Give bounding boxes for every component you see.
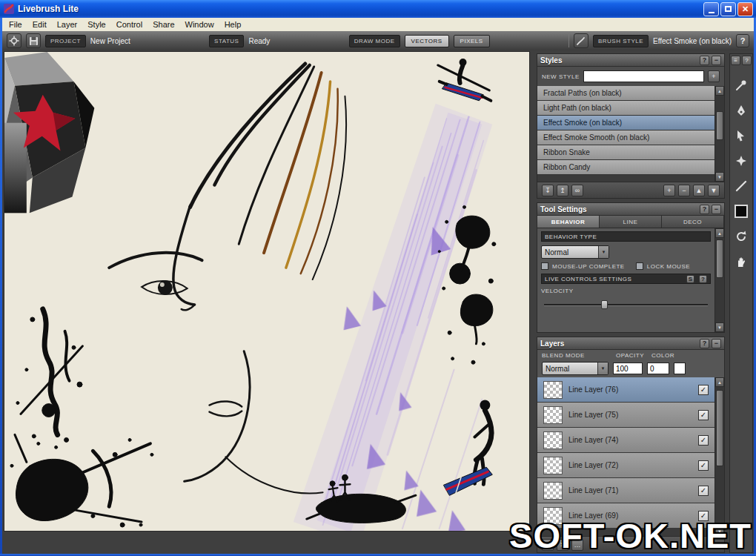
move-up-icon[interactable]: ▲ xyxy=(693,185,705,196)
style-item[interactable]: Light Path (on black) xyxy=(537,101,714,116)
watermark: SOFT-OK.NET xyxy=(509,515,752,556)
tab-line[interactable]: LINE xyxy=(600,216,662,228)
behavior-type-select[interactable]: Normal ▼ xyxy=(541,245,609,259)
live-controls-help-button[interactable]: ? xyxy=(699,275,707,283)
new-style-input[interactable] xyxy=(583,70,704,82)
layer-visibility-checkbox[interactable]: ✓ xyxy=(698,486,709,496)
hand-tool-button[interactable] xyxy=(732,252,751,271)
deco-tool-button[interactable] xyxy=(732,151,751,171)
tool-settings-collapse-button[interactable]: − xyxy=(712,205,721,214)
scroll-up-icon[interactable]: ▲ xyxy=(715,228,724,238)
style-item-selected[interactable]: Effect Smoke (on black) xyxy=(537,116,714,130)
layer-thumbnail xyxy=(543,482,563,500)
export-style-icon[interactable]: ↥ xyxy=(557,185,568,196)
tool-settings-help-button[interactable]: ? xyxy=(700,205,709,214)
gear-icon xyxy=(9,36,19,46)
slider-thumb[interactable] xyxy=(601,300,608,309)
layer-row[interactable]: Line Layer (75) ✓ xyxy=(537,403,714,428)
panel-help-button[interactable]: ? xyxy=(742,56,752,65)
pixels-button[interactable]: PIXELS xyxy=(454,35,490,47)
velocity-slider[interactable] xyxy=(544,299,708,310)
maximize-icon[interactable] xyxy=(720,2,736,16)
brush-tool-button[interactable] xyxy=(732,76,751,95)
layer-row-selected[interactable]: Line Layer (76) ✓ xyxy=(537,377,714,403)
layer-visibility-checkbox[interactable]: ✓ xyxy=(698,410,709,420)
tool-settings-panel: Tool Settings ? − BEHAVIOR LINE DECO BEH… xyxy=(537,202,725,333)
layer-row[interactable]: Line Layer (72) ✓ xyxy=(537,453,714,478)
title-bar[interactable]: Livebrush Lite ✕ xyxy=(0,0,756,18)
scroll-up-icon[interactable]: ▲ xyxy=(715,86,724,96)
style-item[interactable]: Ribbon Candy xyxy=(537,160,714,175)
tab-deco[interactable]: DECO xyxy=(662,216,724,228)
menu-edit[interactable]: Edit xyxy=(27,19,52,30)
drawing-canvas[interactable] xyxy=(4,52,529,531)
move-down-icon[interactable]: ▼ xyxy=(708,185,720,196)
layers-collapse-button[interactable]: − xyxy=(712,339,721,348)
blend-mode-select[interactable]: Normal ▼ xyxy=(542,362,609,375)
layers-panel-header[interactable]: Layers ? − xyxy=(537,337,724,350)
link-style-icon[interactable]: ∞ xyxy=(571,185,583,196)
styles-help-button[interactable]: ? xyxy=(700,56,709,65)
style-item[interactable]: Ribbon Snake xyxy=(537,145,714,160)
style-item[interactable]: Fractal Paths (on black) xyxy=(537,86,714,101)
line-tool-button[interactable] xyxy=(732,176,751,196)
vectors-button[interactable]: VECTORS xyxy=(405,35,449,47)
menu-help[interactable]: Help xyxy=(219,19,247,30)
select-tool-button[interactable] xyxy=(732,126,751,145)
styles-collapse-button[interactable]: − xyxy=(712,56,721,65)
chevron-down-icon: ▼ xyxy=(597,363,608,374)
live-controls-s-button[interactable]: S xyxy=(686,275,694,283)
layer-thumbnail xyxy=(543,457,563,474)
remove-icon[interactable]: − xyxy=(678,185,690,196)
style-item[interactable]: Effect Smoke Smooth (on black) xyxy=(537,130,714,145)
tab-behavior[interactable]: BEHAVIOR xyxy=(537,216,600,228)
add-style-button[interactable]: + xyxy=(708,70,720,82)
save-button[interactable] xyxy=(26,33,41,48)
brush-preview-button[interactable] xyxy=(574,33,588,48)
styles-panel-header[interactable]: Styles ? − xyxy=(537,54,724,67)
tool-settings-scrollbar[interactable]: ▲ ▼ xyxy=(714,228,724,332)
toolbar-help-button[interactable]: ? xyxy=(736,34,749,47)
layer-thumbnail xyxy=(543,406,563,424)
color-input[interactable] xyxy=(647,363,669,374)
menu-share[interactable]: Share xyxy=(147,19,179,30)
add-icon[interactable]: + xyxy=(663,185,675,196)
pen-tool-button[interactable] xyxy=(732,101,751,120)
layer-visibility-checkbox[interactable]: ✓ xyxy=(698,385,709,395)
opacity-input[interactable] xyxy=(613,363,643,374)
sync-tool-button[interactable] xyxy=(732,227,751,246)
styles-scrollbar[interactable]: ▲ ▼ xyxy=(714,86,724,182)
scroll-down-icon[interactable]: ▼ xyxy=(715,172,724,182)
layer-color-swatch[interactable] xyxy=(674,363,686,374)
menu-layer[interactable]: Layer xyxy=(52,19,83,30)
tool-settings-title: Tool Settings xyxy=(540,205,697,214)
scrollbar-thumb[interactable] xyxy=(716,239,723,277)
scrollbar-thumb[interactable] xyxy=(716,390,723,466)
blend-mode-label: BLEND MODE xyxy=(542,352,613,359)
layers-help-button[interactable]: ? xyxy=(700,339,709,348)
settings-button[interactable] xyxy=(7,33,21,48)
scroll-down-icon[interactable]: ▼ xyxy=(715,322,724,332)
scrollbar-thumb[interactable] xyxy=(716,111,723,140)
mouse-up-checkbox[interactable] xyxy=(541,262,548,270)
import-style-icon[interactable]: ↧ xyxy=(542,185,554,196)
tool-settings-header[interactable]: Tool Settings ? − xyxy=(537,203,724,216)
layer-visibility-checkbox[interactable]: ✓ xyxy=(698,460,709,471)
color-swatch-button[interactable] xyxy=(732,202,751,221)
window-border-left xyxy=(0,18,2,556)
menu-file[interactable]: File xyxy=(4,19,27,30)
layer-visibility-checkbox[interactable]: ✓ xyxy=(698,435,709,446)
menu-style[interactable]: Style xyxy=(82,19,110,30)
minimize-icon[interactable] xyxy=(703,2,719,16)
layers-scrollbar[interactable]: ▲ ▼ xyxy=(714,377,724,536)
color-swatch xyxy=(735,205,748,218)
scroll-up-icon[interactable]: ▲ xyxy=(715,377,724,387)
menu-control[interactable]: Control xyxy=(111,19,147,30)
close-icon[interactable]: ✕ xyxy=(737,2,753,16)
layer-row[interactable]: Line Layer (74) ✓ xyxy=(537,428,714,453)
panel-menu-button[interactable]: ≡ xyxy=(731,56,740,65)
layer-row[interactable]: Line Layer (71) ✓ xyxy=(537,478,714,503)
draw-mode-label: DRAW MODE xyxy=(349,35,400,47)
lock-mouse-checkbox[interactable] xyxy=(636,262,643,270)
menu-window[interactable]: Window xyxy=(180,19,219,30)
